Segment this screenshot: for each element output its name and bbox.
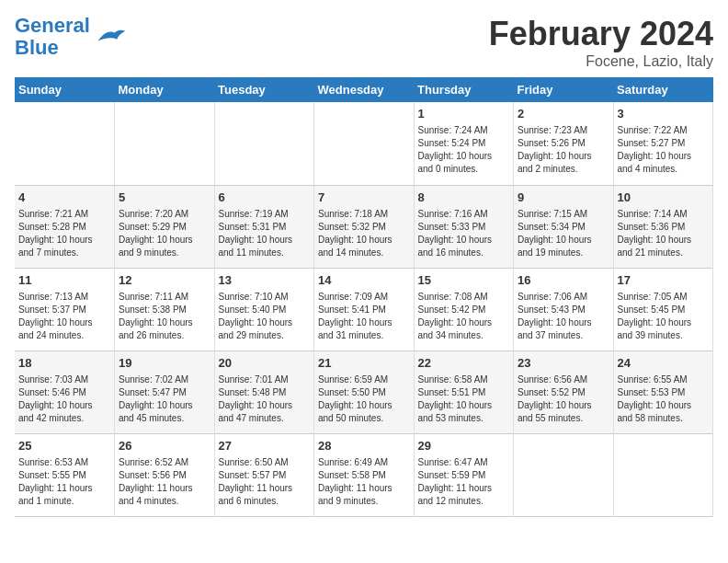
day-number: 28 [318, 438, 410, 454]
day-number: 23 [518, 355, 609, 372]
day-info: Sunrise: 6:49 AM Sunset: 5:58 PM Dayligh… [318, 456, 410, 508]
day-number: 10 [618, 190, 710, 206]
calendar-header-row: SundayMondayTuesdayWednesdayThursdayFrid… [15, 77, 713, 102]
calendar-table: SundayMondayTuesdayWednesdayThursdayFrid… [15, 77, 713, 517]
day-number: 5 [119, 190, 210, 206]
day-info: Sunrise: 7:08 AM Sunset: 5:42 PM Dayligh… [418, 291, 510, 342]
title-block: February 2024 Focene, Lazio, Italy [489, 15, 713, 70]
main-title: February 2024 [489, 15, 713, 53]
day-info: Sunrise: 7:10 AM Sunset: 5:40 PM Dayligh… [219, 291, 311, 342]
calendar-day-cell [514, 433, 614, 516]
day-number: 26 [119, 438, 210, 454]
day-number: 15 [418, 272, 510, 289]
day-info: Sunrise: 7:11 AM Sunset: 5:38 PM Dayligh… [119, 291, 210, 342]
calendar-week-row: 11Sunrise: 7:13 AM Sunset: 5:37 PM Dayli… [15, 268, 713, 350]
day-number: 19 [119, 355, 210, 372]
day-info: Sunrise: 7:24 AM Sunset: 5:24 PM Dayligh… [418, 124, 510, 176]
calendar-day-cell: 23Sunrise: 6:56 AM Sunset: 5:52 PM Dayli… [514, 350, 614, 433]
day-number: 7 [318, 190, 410, 206]
calendar-day-cell: 6Sunrise: 7:19 AM Sunset: 5:31 PM Daylig… [214, 185, 314, 268]
calendar-day-cell: 7Sunrise: 7:18 AM Sunset: 5:32 PM Daylig… [314, 185, 415, 268]
day-info: Sunrise: 6:59 AM Sunset: 5:50 PM Dayligh… [318, 373, 410, 425]
calendar-week-row: 25Sunrise: 6:53 AM Sunset: 5:55 PM Dayli… [15, 433, 713, 516]
logo-text: General Blue [15, 15, 90, 59]
day-of-week-header: Monday [115, 77, 215, 102]
day-info: Sunrise: 6:50 AM Sunset: 5:57 PM Dayligh… [219, 456, 311, 508]
calendar-day-cell: 20Sunrise: 7:01 AM Sunset: 5:48 PM Dayli… [214, 350, 314, 433]
day-info: Sunrise: 6:53 AM Sunset: 5:55 PM Dayligh… [18, 456, 110, 508]
calendar-day-cell: 21Sunrise: 6:59 AM Sunset: 5:50 PM Dayli… [314, 350, 415, 433]
day-number: 11 [18, 272, 110, 289]
day-number: 2 [518, 106, 609, 122]
calendar-day-cell: 5Sunrise: 7:20 AM Sunset: 5:29 PM Daylig… [115, 185, 215, 268]
day-number: 4 [18, 190, 110, 206]
day-number: 8 [418, 190, 510, 206]
day-info: Sunrise: 6:52 AM Sunset: 5:56 PM Dayligh… [119, 456, 210, 508]
calendar-day-cell [115, 102, 215, 185]
calendar-week-row: 4Sunrise: 7:21 AM Sunset: 5:28 PM Daylig… [15, 185, 713, 268]
day-number: 20 [219, 355, 311, 372]
day-number: 12 [119, 272, 210, 289]
calendar-day-cell [214, 102, 314, 185]
day-info: Sunrise: 7:06 AM Sunset: 5:43 PM Dayligh… [518, 291, 609, 342]
day-of-week-header: Tuesday [214, 77, 314, 102]
day-number: 27 [219, 438, 311, 454]
day-of-week-header: Saturday [613, 77, 713, 102]
day-of-week-header: Thursday [414, 77, 514, 102]
day-info: Sunrise: 6:58 AM Sunset: 5:51 PM Dayligh… [418, 373, 510, 425]
calendar-day-cell: 1Sunrise: 7:24 AM Sunset: 5:24 PM Daylig… [414, 102, 514, 185]
calendar-day-cell: 17Sunrise: 7:05 AM Sunset: 5:45 PM Dayli… [613, 268, 713, 350]
calendar-day-cell: 2Sunrise: 7:23 AM Sunset: 5:26 PM Daylig… [514, 102, 614, 185]
day-info: Sunrise: 7:21 AM Sunset: 5:28 PM Dayligh… [18, 208, 110, 259]
day-of-week-header: Wednesday [314, 77, 415, 102]
day-number: 14 [318, 272, 410, 289]
day-number: 16 [518, 272, 609, 289]
logo: General Blue [15, 15, 127, 59]
day-info: Sunrise: 6:55 AM Sunset: 5:53 PM Dayligh… [618, 373, 710, 425]
day-number: 3 [618, 106, 710, 122]
calendar-day-cell: 16Sunrise: 7:06 AM Sunset: 5:43 PM Dayli… [514, 268, 614, 350]
calendar-day-cell: 27Sunrise: 6:50 AM Sunset: 5:57 PM Dayli… [214, 433, 314, 516]
calendar-day-cell: 18Sunrise: 7:03 AM Sunset: 5:46 PM Dayli… [15, 350, 115, 433]
day-of-week-header: Sunday [15, 77, 115, 102]
day-info: Sunrise: 7:20 AM Sunset: 5:29 PM Dayligh… [119, 208, 210, 259]
calendar-day-cell: 22Sunrise: 6:58 AM Sunset: 5:51 PM Dayli… [414, 350, 514, 433]
day-info: Sunrise: 7:01 AM Sunset: 5:48 PM Dayligh… [219, 373, 311, 425]
calendar-day-cell [314, 102, 415, 185]
calendar-day-cell: 24Sunrise: 6:55 AM Sunset: 5:53 PM Dayli… [613, 350, 713, 433]
calendar-day-cell: 14Sunrise: 7:09 AM Sunset: 5:41 PM Dayli… [314, 268, 415, 350]
calendar-week-row: 1Sunrise: 7:24 AM Sunset: 5:24 PM Daylig… [15, 102, 713, 185]
day-info: Sunrise: 7:16 AM Sunset: 5:33 PM Dayligh… [418, 208, 510, 259]
day-info: Sunrise: 7:22 AM Sunset: 5:27 PM Dayligh… [618, 124, 710, 176]
day-number: 29 [418, 438, 510, 454]
day-info: Sunrise: 7:09 AM Sunset: 5:41 PM Dayligh… [318, 291, 410, 342]
calendar-day-cell: 10Sunrise: 7:14 AM Sunset: 5:36 PM Dayli… [613, 185, 713, 268]
calendar-day-cell: 29Sunrise: 6:47 AM Sunset: 5:59 PM Dayli… [414, 433, 514, 516]
day-info: Sunrise: 7:14 AM Sunset: 5:36 PM Dayligh… [618, 208, 710, 259]
day-number: 1 [418, 106, 510, 122]
calendar-day-cell: 4Sunrise: 7:21 AM Sunset: 5:28 PM Daylig… [15, 185, 115, 268]
calendar-day-cell: 28Sunrise: 6:49 AM Sunset: 5:58 PM Dayli… [314, 433, 415, 516]
day-info: Sunrise: 7:13 AM Sunset: 5:37 PM Dayligh… [18, 291, 110, 342]
calendar-day-cell: 11Sunrise: 7:13 AM Sunset: 5:37 PM Dayli… [15, 268, 115, 350]
page-header: General Blue February 2024 Focene, Lazio… [15, 15, 713, 70]
day-number: 25 [18, 438, 110, 454]
day-info: Sunrise: 7:05 AM Sunset: 5:45 PM Dayligh… [618, 291, 710, 342]
day-info: Sunrise: 7:02 AM Sunset: 5:47 PM Dayligh… [119, 373, 210, 425]
calendar-day-cell: 26Sunrise: 6:52 AM Sunset: 5:56 PM Dayli… [115, 433, 215, 516]
day-number: 22 [418, 355, 510, 372]
day-info: Sunrise: 7:15 AM Sunset: 5:34 PM Dayligh… [518, 208, 609, 259]
day-number: 9 [518, 190, 609, 206]
calendar-day-cell: 13Sunrise: 7:10 AM Sunset: 5:40 PM Dayli… [214, 268, 314, 350]
calendar-day-cell: 12Sunrise: 7:11 AM Sunset: 5:38 PM Dayli… [115, 268, 215, 350]
day-info: Sunrise: 7:18 AM Sunset: 5:32 PM Dayligh… [318, 208, 410, 259]
day-info: Sunrise: 7:19 AM Sunset: 5:31 PM Dayligh… [219, 208, 311, 259]
calendar-day-cell: 19Sunrise: 7:02 AM Sunset: 5:47 PM Dayli… [115, 350, 215, 433]
day-of-week-header: Friday [514, 77, 614, 102]
calendar-day-cell: 9Sunrise: 7:15 AM Sunset: 5:34 PM Daylig… [514, 185, 614, 268]
sub-title: Focene, Lazio, Italy [489, 53, 713, 70]
day-number: 13 [219, 272, 311, 289]
day-info: Sunrise: 7:03 AM Sunset: 5:46 PM Dayligh… [18, 373, 110, 425]
calendar-day-cell: 3Sunrise: 7:22 AM Sunset: 5:27 PM Daylig… [613, 102, 713, 185]
day-info: Sunrise: 6:47 AM Sunset: 5:59 PM Dayligh… [418, 456, 510, 508]
